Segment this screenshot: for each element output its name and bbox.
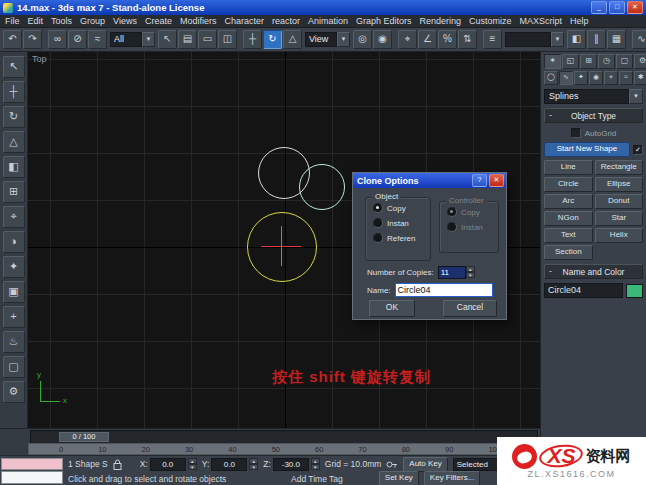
shape-type-dropdown[interactable]: Splines ▼: [544, 89, 643, 104]
snap-toggle-icon[interactable]: ⌖: [398, 30, 417, 49]
circle-button[interactable]: Circle: [544, 177, 593, 192]
cameras-category-icon[interactable]: ◉: [589, 71, 603, 85]
start-new-shape-button[interactable]: Start New Shape: [544, 142, 630, 157]
display-tab-icon[interactable]: ▢: [616, 54, 633, 69]
helix-button[interactable]: Helix: [595, 228, 644, 243]
move-icon[interactable]: ┼: [3, 81, 25, 103]
material-icon[interactable]: ◑: [3, 231, 25, 253]
lights-icon[interactable]: ✦: [3, 256, 25, 278]
start-new-shape-checkbox[interactable]: ✓: [633, 145, 643, 155]
spinner-down-icon[interactable]: ▾: [466, 272, 475, 278]
maxscript-mini-listener-macro[interactable]: [1, 458, 63, 470]
create-tab-icon[interactable]: ✶: [544, 54, 561, 69]
reference-coordinate-dropdown[interactable]: View ▼: [305, 32, 350, 47]
menu-item-file[interactable]: File: [5, 16, 20, 26]
add-time-tag[interactable]: Add Time Tag: [291, 474, 343, 484]
circle-shape-selected[interactable]: [247, 212, 317, 282]
copies-spinner[interactable]: 11 ▴ ▾: [438, 266, 475, 279]
modify-tab-icon[interactable]: ◱: [562, 54, 579, 69]
bind-to-space-warp-icon[interactable]: ≈: [88, 30, 107, 49]
line-button[interactable]: Line: [544, 160, 593, 175]
x-coordinate-field[interactable]: 0.0: [150, 458, 186, 471]
unlink-selection-icon[interactable]: ⊘: [68, 30, 87, 49]
layer-manager-icon[interactable]: ▦: [607, 30, 626, 49]
spinner-down-icon[interactable]: ▾: [249, 464, 258, 470]
selection-region-icon[interactable]: ▭: [198, 30, 217, 49]
undo-icon[interactable]: ↶: [3, 30, 22, 49]
named-selection-dropdown[interactable]: ▼: [505, 32, 564, 47]
spinner-down-icon[interactable]: ▾: [188, 464, 197, 470]
auto-key-button[interactable]: Auto Key: [403, 457, 447, 472]
select-object-icon[interactable]: ↖: [158, 30, 177, 49]
z-spinner[interactable]: ▴▾: [311, 458, 320, 470]
dialog-close-icon[interactable]: ✕: [489, 174, 504, 187]
clone-option-copy[interactable]: Copy: [373, 203, 430, 213]
chevron-down-icon[interactable]: ▼: [551, 32, 564, 47]
utilities-icon[interactable]: ⚙: [3, 381, 25, 403]
use-pivot-point-icon[interactable]: ◎: [353, 30, 372, 49]
window-crossing-icon[interactable]: ◫: [218, 30, 237, 49]
render-icon[interactable]: ♨: [3, 331, 25, 353]
collapse-icon[interactable]: -: [549, 109, 552, 121]
chevron-down-icon[interactable]: ▼: [142, 32, 155, 47]
menu-item-graph-editors[interactable]: Graph Editors: [356, 16, 412, 26]
named-selection-sets-icon[interactable]: ≡: [483, 30, 502, 49]
helpers-icon[interactable]: +: [3, 306, 25, 328]
mirror-icon[interactable]: ◧: [567, 30, 586, 49]
viewport-label[interactable]: Top: [32, 54, 47, 64]
select-and-scale-icon[interactable]: △: [283, 30, 302, 49]
star-button[interactable]: Star: [595, 211, 644, 226]
menu-item-edit[interactable]: Edit: [28, 16, 44, 26]
arc-button[interactable]: Arc: [544, 194, 593, 209]
z-coordinate-field[interactable]: -30.0: [273, 458, 309, 471]
angle-snap-icon[interactable]: ∠: [418, 30, 437, 49]
chevron-down-icon[interactable]: ▼: [629, 89, 643, 104]
maxscript-mini-listener[interactable]: [1, 471, 63, 484]
rectangle-button[interactable]: Rectangle: [595, 160, 644, 175]
section-button[interactable]: Section: [544, 245, 593, 260]
space-warps-category-icon[interactable]: ≈: [619, 71, 633, 85]
snap-icon[interactable]: ⌖: [3, 206, 25, 228]
redo-icon[interactable]: ↷: [23, 30, 42, 49]
minimize-button[interactable]: _: [591, 1, 607, 14]
cancel-button[interactable]: Cancel: [443, 300, 497, 317]
maximize-button[interactable]: □: [609, 1, 625, 14]
systems-category-icon[interactable]: ✱: [634, 71, 646, 85]
time-slider-handle[interactable]: 0 / 100: [59, 432, 109, 442]
lights-category-icon[interactable]: ✦: [574, 71, 588, 85]
spinner-snap-icon[interactable]: ⇅: [458, 30, 477, 49]
scale-icon[interactable]: △: [3, 131, 25, 153]
menu-item-rendering[interactable]: Rendering: [420, 16, 462, 26]
copies-field[interactable]: 11: [438, 266, 466, 279]
motion-tab-icon[interactable]: ◷: [598, 54, 615, 69]
x-spinner[interactable]: ▴▾: [188, 458, 197, 470]
selection-lock-icon[interactable]: [113, 459, 122, 470]
rotate-icon[interactable]: ↻: [3, 106, 25, 128]
object-color-swatch[interactable]: [626, 284, 643, 298]
spinner-down-icon[interactable]: ▾: [311, 464, 320, 470]
select-and-manipulate-icon[interactable]: ◉: [373, 30, 392, 49]
menu-item-modifiers[interactable]: Modifiers: [180, 16, 217, 26]
chevron-down-icon[interactable]: ▼: [337, 32, 350, 47]
donut-button[interactable]: Donut: [595, 194, 644, 209]
menu-item-views[interactable]: Views: [113, 16, 137, 26]
camera-icon[interactable]: ▣: [3, 281, 25, 303]
menu-item-character[interactable]: Character: [224, 16, 264, 26]
select-and-move-icon[interactable]: ┼: [243, 30, 262, 49]
select-icon[interactable]: ↖: [3, 56, 25, 78]
clone-name-field[interactable]: Circle04: [395, 283, 493, 297]
y-spinner[interactable]: ▴▾: [249, 458, 258, 470]
autogrid-checkbox[interactable]: [571, 128, 581, 138]
selection-filter-dropdown[interactable]: All ▼: [110, 32, 155, 47]
clone-option-instance[interactable]: Instan: [373, 218, 430, 228]
ok-button[interactable]: OK: [369, 300, 415, 317]
shapes-category-icon[interactable]: ∿: [559, 71, 573, 85]
track-bar[interactable]: 0 10 20 30 40 50 60 70 80 90 100: [28, 443, 538, 455]
clone-option-reference[interactable]: Referen: [373, 233, 430, 243]
close-button[interactable]: ✕: [627, 1, 643, 14]
percent-snap-icon[interactable]: %: [438, 30, 457, 49]
array-icon[interactable]: ⊞: [3, 181, 25, 203]
set-key-button[interactable]: Set Key: [379, 471, 419, 485]
menu-item-customize[interactable]: Customize: [469, 16, 512, 26]
mirror-tool-icon[interactable]: ◧: [3, 156, 25, 178]
